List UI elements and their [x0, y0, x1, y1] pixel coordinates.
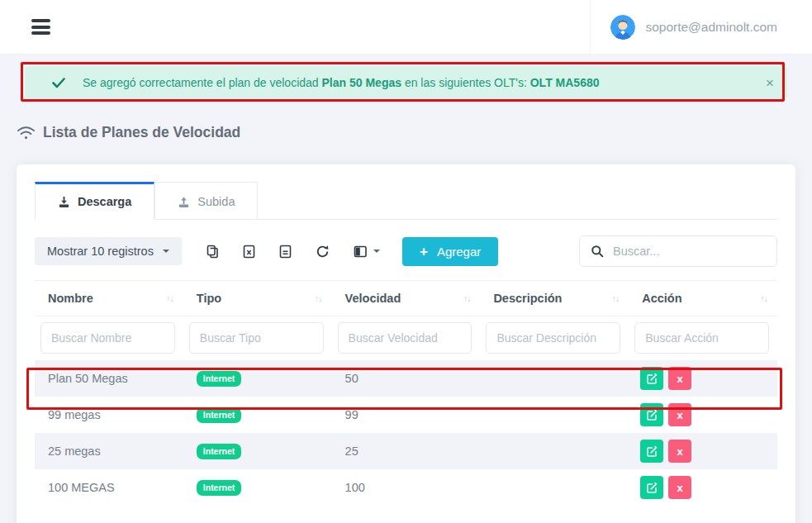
search-input[interactable] [613, 245, 766, 258]
filter-accion-input[interactable] [634, 322, 769, 354]
avatar [610, 15, 635, 40]
cell-velocidad: 100 [332, 481, 481, 494]
alert-plan-name: Plan 50 Megas [322, 76, 402, 89]
filter-nombre-input[interactable] [40, 322, 175, 354]
wifi-icon [17, 125, 36, 140]
table-row: 99 megas Internet 99 x [35, 397, 777, 433]
file-export-button[interactable] [279, 245, 292, 259]
table-row: 100 MEGAS Internet 100 x [35, 469, 777, 506]
sort-icon: ↑↓ [166, 293, 173, 303]
sort-icon: ↑↓ [463, 293, 471, 303]
tabs: Descarga Subida [35, 182, 777, 220]
filter-tipo-input[interactable] [189, 322, 324, 354]
cell-accion: x [629, 403, 777, 426]
column-header-tipo[interactable]: Tipo↑↓ [183, 281, 332, 316]
column-header-velocidad[interactable]: Velocidad↑↓ [332, 281, 481, 316]
table-toolbar: Mostrar 10 registros [35, 235, 777, 267]
cell-velocidad: 25 [332, 445, 481, 458]
sort-icon: ↑↓ [761, 293, 768, 303]
excel-export-button[interactable] [243, 245, 255, 259]
alert-message: Se agregó correctamente el plan de veloc… [83, 76, 600, 89]
alert-close-icon[interactable]: × [766, 76, 774, 90]
upload-icon [178, 196, 190, 208]
plans-card: Descarga Subida Mostrar 10 registros [17, 164, 795, 523]
cell-tipo: Internet [183, 407, 332, 423]
user-email: soporte@adminolt.com [645, 20, 777, 35]
filter-row [35, 316, 777, 360]
delete-button[interactable]: x [668, 440, 691, 463]
global-search [579, 235, 777, 267]
column-header-descripcion[interactable]: Descripción↑↓ [480, 281, 629, 316]
page-length-dropdown[interactable]: Mostrar 10 registros [35, 237, 182, 265]
type-badge: Internet [197, 407, 242, 423]
column-header-accion[interactable]: Acción↑↓ [629, 281, 777, 316]
cell-nombre: 100 MEGAS [35, 481, 183, 494]
delete-button[interactable]: x [668, 476, 691, 499]
edit-button[interactable] [640, 367, 663, 390]
tab-descarga[interactable]: Descarga [35, 182, 154, 220]
cell-nombre: Plan 50 Megas [35, 372, 183, 385]
type-badge: Internet [197, 371, 242, 387]
delete-button[interactable]: x [668, 403, 691, 426]
topbar: soporte@adminolt.com [0, 0, 812, 55]
filter-velocidad-input[interactable] [338, 322, 472, 354]
cell-velocidad: 99 [332, 408, 481, 421]
page-title: Lista de Planes de Velocidad [17, 124, 812, 141]
user-menu[interactable]: soporte@adminolt.com [590, 0, 812, 54]
cell-tipo: Internet [183, 371, 332, 387]
alert-olt-name: OLT MA5680 [530, 76, 600, 89]
sort-icon: ↑↓ [612, 293, 620, 303]
cell-velocidad: 50 [332, 372, 481, 385]
chevron-down-icon [163, 250, 169, 253]
copy-button[interactable] [206, 245, 219, 259]
column-visibility-button[interactable] [354, 245, 380, 258]
chevron-down-icon [373, 250, 380, 253]
add-plan-button[interactable]: + Agregar [402, 237, 498, 266]
cell-tipo: Internet [183, 480, 332, 496]
table-row: Plan 50 Megas Internet 50 x [35, 360, 777, 397]
edit-button[interactable] [640, 476, 663, 499]
type-badge: Internet [197, 444, 242, 459]
edit-button[interactable] [640, 403, 663, 426]
cell-accion: x [629, 440, 777, 463]
check-icon [52, 78, 65, 88]
delete-button[interactable]: x [668, 367, 691, 390]
cell-accion: x [629, 367, 777, 390]
cell-nombre: 25 megas [35, 445, 183, 458]
cell-tipo: Internet [183, 444, 332, 459]
refresh-button[interactable] [316, 245, 330, 259]
table-row: 25 megas Internet 25 x [35, 433, 777, 469]
plus-icon: + [420, 245, 428, 259]
type-badge: Internet [197, 480, 242, 496]
menu-toggle-icon[interactable] [31, 17, 50, 38]
column-header-nombre[interactable]: Nombre↑↓ [35, 281, 183, 316]
sort-icon: ↑↓ [315, 293, 322, 303]
search-icon [591, 245, 604, 258]
edit-button[interactable] [640, 440, 663, 463]
filter-descripcion-input[interactable] [486, 322, 620, 354]
cell-nombre: 99 megas [35, 408, 183, 421]
tab-subida[interactable]: Subida [154, 182, 258, 219]
table-header: Nombre↑↓ Tipo↑↓ Velocidad↑↓ Descripción↑… [35, 280, 777, 316]
cell-accion: x [629, 476, 777, 499]
success-alert: Se agregó correctamente el plan de veloc… [25, 66, 787, 99]
download-icon [58, 196, 70, 208]
